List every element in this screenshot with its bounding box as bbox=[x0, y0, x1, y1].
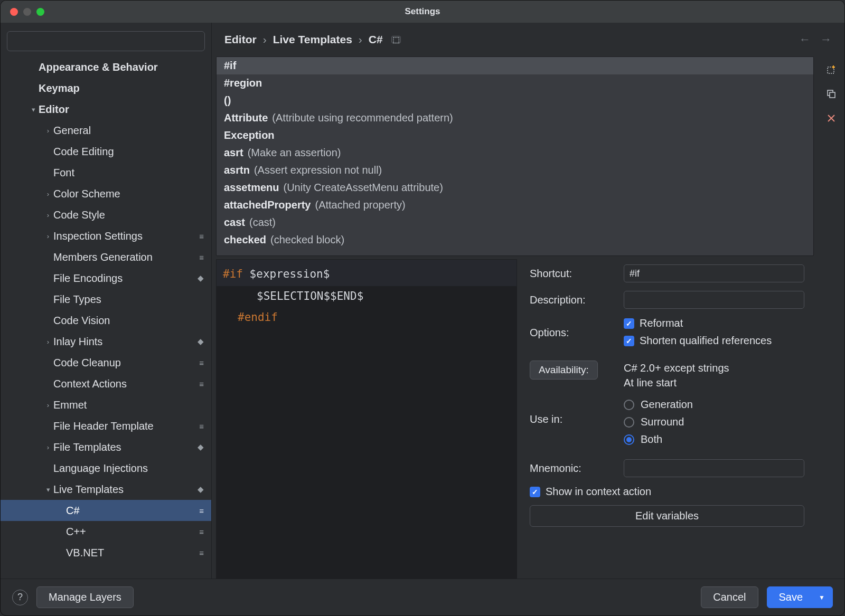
sidebar-item-label: C++ bbox=[66, 526, 199, 538]
usein-surround-radio[interactable] bbox=[624, 417, 634, 428]
template-form: Shortcut: Description: Options: bbox=[517, 259, 814, 579]
nav-back-icon[interactable]: ← bbox=[799, 33, 811, 46]
sidebar-item[interactable]: Code Vision bbox=[1, 310, 211, 331]
sidebar-item[interactable]: Code Cleanup≡ bbox=[1, 352, 211, 373]
sidebar-item-label: Code Editing bbox=[53, 146, 204, 158]
sidebar-item[interactable]: Context Actions≡ bbox=[1, 373, 211, 394]
sidebar-item[interactable]: File Encodings◆ bbox=[1, 268, 211, 289]
sidebar-item[interactable]: Font bbox=[1, 162, 211, 183]
list-toolbar bbox=[818, 56, 844, 579]
mnemonic-input[interactable] bbox=[624, 459, 804, 477]
scope-badge-icon: ◆ bbox=[198, 337, 204, 346]
shorten-refs-checkbox[interactable]: ✓ bbox=[624, 336, 634, 346]
template-editor[interactable]: #if $expression$ $SELECTION$$END$ #endif bbox=[216, 259, 517, 579]
titlebar: Settings bbox=[1, 1, 844, 23]
edit-variables-button[interactable]: Edit variables bbox=[530, 505, 804, 527]
sidebar-item[interactable]: Appearance & Behavior bbox=[1, 56, 211, 78]
sidebar-item[interactable]: Language Injections bbox=[1, 458, 211, 479]
nav-forward-icon[interactable]: → bbox=[820, 33, 832, 46]
sidebar: Appearance & BehaviorKeymap▾Editor›Gener… bbox=[1, 23, 212, 579]
sidebar-item[interactable]: ›General bbox=[1, 120, 211, 141]
save-button[interactable]: Save ▼ bbox=[767, 586, 833, 608]
template-row[interactable]: Exception bbox=[217, 127, 813, 144]
shortcut-label: Shortcut: bbox=[530, 268, 614, 280]
sidebar-item[interactable]: VB.NET≡ bbox=[1, 542, 211, 563]
save-button-label: Save bbox=[779, 591, 803, 603]
sidebar-item[interactable]: ›File Templates◆ bbox=[1, 437, 211, 458]
template-desc: (Assert expression not null) bbox=[254, 164, 382, 176]
sidebar-item-label: VB.NET bbox=[66, 547, 199, 559]
show-context-checkbox[interactable]: ✓ bbox=[530, 487, 540, 497]
scope-badge-icon: ≡ bbox=[199, 232, 204, 241]
radio-label: Generation bbox=[641, 399, 693, 411]
sidebar-item[interactable]: C++≡ bbox=[1, 521, 211, 542]
sidebar-item-label: File Templates bbox=[53, 441, 198, 453]
sidebar-item[interactable]: Code Editing bbox=[1, 141, 211, 162]
code-token: $SELECTION$$END$ bbox=[257, 290, 363, 302]
cancel-button[interactable]: Cancel bbox=[701, 586, 758, 608]
svg-rect-4 bbox=[830, 92, 835, 98]
copy-template-icon[interactable] bbox=[825, 88, 837, 100]
settings-tree[interactable]: Appearance & BehaviorKeymap▾Editor›Gener… bbox=[1, 56, 211, 579]
reformat-checkbox[interactable]: ✓ bbox=[624, 318, 634, 329]
sidebar-item[interactable]: ▾Editor bbox=[1, 99, 211, 120]
template-row[interactable]: #if bbox=[217, 57, 813, 74]
sidebar-item[interactable]: Keymap bbox=[1, 78, 211, 99]
availability-button[interactable]: Availability: bbox=[530, 361, 598, 380]
help-button[interactable]: ? bbox=[12, 590, 28, 605]
usein-generation-radio[interactable] bbox=[624, 400, 634, 410]
sidebar-item[interactable]: File Header Template≡ bbox=[1, 415, 211, 437]
manage-layers-button[interactable]: Manage Layers bbox=[36, 586, 134, 608]
template-row[interactable]: assetmenu(Unity CreateAssetMenu attribut… bbox=[217, 179, 813, 196]
template-desc: (Make an assertion) bbox=[248, 147, 341, 159]
template-row[interactable]: #region bbox=[217, 74, 813, 92]
sidebar-item[interactable]: Members Generation≡ bbox=[1, 247, 211, 268]
chevron-icon: › bbox=[43, 443, 53, 451]
code-token: #if bbox=[223, 268, 243, 280]
shortcut-input[interactable] bbox=[624, 264, 804, 282]
chevron-down-icon: ▼ bbox=[819, 594, 825, 601]
new-template-icon[interactable] bbox=[825, 64, 837, 75]
code-token: $expression$ bbox=[250, 268, 330, 280]
sidebar-item[interactable]: File Types bbox=[1, 289, 211, 310]
reset-icon[interactable]: ⬚ bbox=[391, 36, 401, 43]
sidebar-item-label: Emmet bbox=[53, 399, 204, 411]
template-list[interactable]: #if#region()Attribute(Attribute using re… bbox=[216, 56, 814, 256]
breadcrumb-part[interactable]: Live Templates bbox=[273, 33, 352, 46]
sidebar-item-label: Inlay Hints bbox=[53, 336, 198, 348]
template-row[interactable]: asrt(Make an assertion) bbox=[217, 144, 813, 162]
template-abbr: Exception bbox=[224, 129, 275, 141]
sidebar-item[interactable]: C#≡ bbox=[1, 500, 211, 521]
sidebar-item[interactable]: ▾Live Templates◆ bbox=[1, 479, 211, 500]
sidebar-item[interactable]: ›Inspection Settings≡ bbox=[1, 225, 211, 247]
template-abbr: asrt bbox=[224, 147, 243, 159]
template-desc: (Attribute using recommended pattern) bbox=[272, 112, 453, 124]
chevron-icon: ▾ bbox=[43, 486, 53, 494]
sidebar-item-label: Code Style bbox=[53, 209, 204, 221]
template-abbr: assetmenu bbox=[224, 182, 279, 194]
mnemonic-label: Mnemonic: bbox=[530, 462, 614, 475]
template-abbr: #region bbox=[224, 77, 262, 89]
sidebar-item[interactable]: ›Inlay Hints◆ bbox=[1, 331, 211, 352]
usein-both-radio[interactable] bbox=[624, 434, 634, 445]
breadcrumb-part[interactable]: Editor bbox=[224, 33, 257, 46]
template-row[interactable]: asrtn(Assert expression not null) bbox=[217, 162, 813, 179]
template-abbr: () bbox=[224, 94, 231, 107]
template-row[interactable]: () bbox=[217, 92, 813, 109]
template-row[interactable]: cast(cast) bbox=[217, 214, 813, 231]
template-row[interactable]: Attribute(Attribute using recommended pa… bbox=[217, 109, 813, 127]
template-row[interactable]: attachedProperty(Attached property) bbox=[217, 196, 813, 214]
sidebar-item[interactable]: ›Code Style bbox=[1, 204, 211, 225]
sidebar-item[interactable]: ›Emmet bbox=[1, 394, 211, 415]
main-panel: Editor › Live Templates › C# ⬚ ← → #if#r… bbox=[212, 23, 844, 579]
radio-label: Both bbox=[641, 433, 662, 446]
scope-badge-icon: ◆ bbox=[198, 442, 204, 452]
sidebar-item[interactable]: ›Color Scheme bbox=[1, 183, 211, 204]
description-input[interactable] bbox=[624, 291, 804, 309]
sidebar-item-label: File Types bbox=[53, 293, 204, 306]
breadcrumb-part[interactable]: C# bbox=[369, 33, 383, 46]
sidebar-item-label: Inspection Settings bbox=[53, 230, 199, 242]
delete-template-icon[interactable] bbox=[825, 112, 837, 124]
settings-search-input[interactable] bbox=[7, 31, 205, 51]
template-row[interactable]: checked(checked block) bbox=[217, 231, 813, 249]
